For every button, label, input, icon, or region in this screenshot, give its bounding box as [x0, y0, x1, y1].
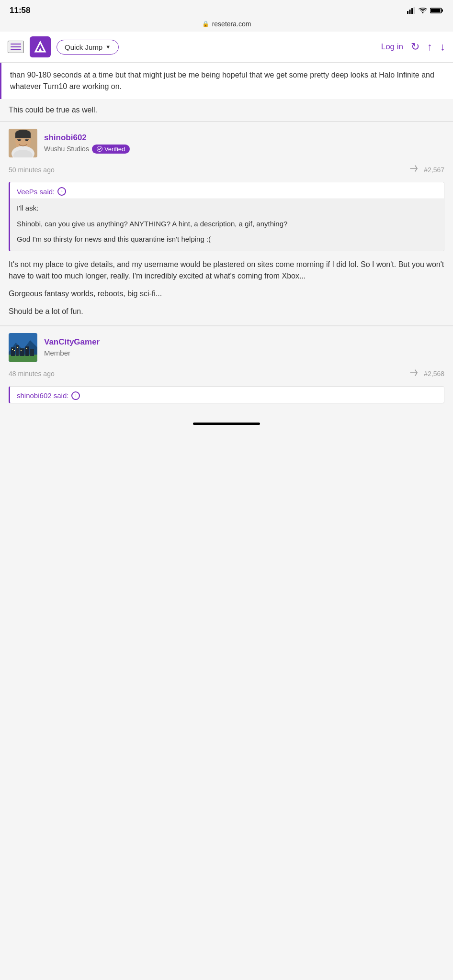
simple-text-block: This could be true as well.	[0, 99, 453, 121]
svg-rect-29	[17, 347, 18, 348]
svg-rect-2	[411, 8, 413, 14]
post-content-2567: VeePs said: ↑ I'll ask: Shinobi, can you…	[0, 180, 453, 325]
post-time-2567: 50 minutes ago	[9, 166, 55, 174]
lock-icon: 🔒	[202, 21, 209, 27]
status-bar: 11:58	[0, 0, 453, 19]
battery-icon	[430, 7, 443, 14]
content-area: than 90-180 seconds at a time but that m…	[0, 63, 453, 419]
svg-rect-17	[15, 134, 31, 138]
simple-text-content: This could be true as well.	[9, 106, 444, 114]
svg-rect-22	[11, 347, 15, 356]
post-number-2567: #2,567	[424, 166, 444, 174]
svg-rect-27	[12, 349, 13, 350]
author-role-shinobi602: Wushu Studios Verified	[44, 145, 130, 154]
post-header-2568: VanCityGamer Member	[0, 326, 453, 366]
quote-box-shinobi: shinobi602 said: ↑	[9, 386, 444, 403]
post-meta-2568: 48 minutes ago #2,568	[0, 366, 453, 384]
post-header-2567: shinobi602 Wushu Studios Verified	[0, 122, 453, 161]
quote-line-1: I'll ask:	[17, 203, 437, 214]
quote-line-3: God I'm so thirsty for news and this qua…	[17, 234, 437, 245]
login-button[interactable]: Log in	[381, 42, 403, 52]
quote-body-veeps: I'll ask: Shinobi, can you give us anyth…	[10, 199, 444, 251]
home-bar	[193, 423, 260, 425]
author-studio-label: Wushu Studios	[44, 145, 89, 153]
post-body-p2: Gorgeous fantasy worlds, reboots, big sc…	[9, 288, 444, 300]
svg-marker-9	[38, 48, 42, 52]
avatar-vancitygamer	[9, 333, 37, 362]
author-info-shinobi602: shinobi602 Wushu Studios Verified	[44, 133, 130, 154]
verified-check-icon	[97, 146, 102, 152]
post-body-p1: It's not my place to give details, and m…	[9, 259, 444, 283]
svg-rect-28	[14, 350, 15, 351]
author-name-vancitygamer: VanCityGamer	[44, 337, 100, 347]
post-number-2568: #2,568	[424, 370, 444, 378]
post-time-2568: 48 minutes ago	[9, 370, 55, 378]
member-badge: Member	[44, 349, 70, 357]
svg-rect-0	[407, 11, 408, 14]
post-actions-2567: #2,567	[409, 164, 444, 175]
url-text: resetera.com	[212, 20, 251, 28]
avatar-shinobi602	[9, 129, 37, 157]
verified-badge: Verified	[92, 145, 130, 154]
post-body-p3: Should be a lot of fun.	[9, 306, 444, 318]
post-content-2568: shinobi602 said: ↑	[0, 384, 453, 419]
post-actions-2568: #2,568	[409, 368, 444, 379]
author-role-vancitygamer: Member	[44, 349, 100, 357]
post-2567: shinobi602 Wushu Studios Verified 50 min…	[0, 122, 453, 325]
quote-header-shinobi: shinobi602 said: ↑	[10, 387, 444, 403]
logo[interactable]	[30, 36, 51, 57]
svg-rect-6	[442, 10, 443, 12]
refresh-icon[interactable]: ↻	[411, 41, 419, 53]
top-quote-text: than 90-180 seconds at a time but that m…	[10, 69, 444, 92]
quote-author-shinobi: shinobi602 said: ↑	[17, 391, 437, 400]
quote-up-icon[interactable]: ↑	[57, 187, 66, 196]
share-icon-2567[interactable]	[409, 164, 418, 175]
nav-header: Quick Jump ▼ Log in ↻ ↑ ↓	[0, 32, 453, 63]
chevron-down-icon: ▼	[105, 44, 111, 50]
signal-icon	[407, 7, 416, 14]
home-indicator	[0, 419, 453, 431]
nav-right: Log in ↻ ↑ ↓	[381, 41, 445, 53]
svg-point-4	[422, 12, 424, 13]
svg-rect-30	[21, 350, 22, 351]
quote-header-veeps: VeePs said: ↑	[10, 182, 444, 199]
scroll-up-icon[interactable]: ↑	[427, 41, 432, 53]
post-meta-2567: 50 minutes ago #2,567	[0, 161, 453, 180]
status-icons	[407, 7, 443, 14]
quote-line-2: Shinobi, can you give us anything? ANYTH…	[17, 219, 437, 230]
svg-rect-1	[409, 10, 411, 14]
post-2568: VanCityGamer Member 48 minutes ago #2,56…	[0, 326, 453, 419]
quote-box-veeps: VeePs said: ↑ I'll ask: Shinobi, can you…	[9, 182, 444, 251]
status-time: 11:58	[10, 6, 30, 15]
svg-rect-31	[26, 348, 27, 349]
quote-author-veeps: VeePs said: ↑	[17, 187, 437, 196]
logo-icon	[30, 36, 51, 57]
quote-up-icon-shinobi[interactable]: ↑	[71, 391, 80, 400]
menu-button[interactable]	[8, 41, 24, 53]
scroll-down-icon[interactable]: ↓	[440, 41, 445, 53]
svg-rect-23	[16, 345, 19, 356]
author-name-shinobi602: shinobi602	[44, 133, 130, 143]
svg-rect-24	[20, 348, 24, 356]
svg-rect-7	[431, 9, 441, 12]
quick-jump-label: Quick Jump	[65, 43, 102, 51]
svg-rect-3	[414, 7, 415, 14]
address-bar: 🔒 resetera.com	[0, 19, 453, 32]
top-quote-block: than 90-180 seconds at a time but that m…	[0, 63, 453, 99]
svg-rect-26	[30, 349, 34, 356]
share-icon-2568[interactable]	[409, 368, 418, 379]
quick-jump-button[interactable]: Quick Jump ▼	[57, 40, 119, 55]
wifi-icon	[419, 7, 427, 14]
author-info-vancitygamer: VanCityGamer Member	[44, 337, 100, 357]
